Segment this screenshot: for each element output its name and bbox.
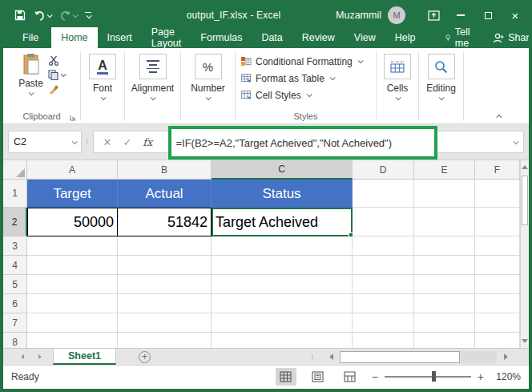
number-group[interactable]: % Number [181, 48, 235, 123]
cell-c2-selected[interactable]: Target Acheived [212, 208, 353, 236]
alignment-group[interactable]: Alignment [125, 48, 180, 123]
cell-c6[interactable] [212, 294, 353, 313]
sheet-tab-sheet1[interactable]: Sheet1 [53, 349, 116, 365]
cell-c4[interactable] [212, 256, 353, 275]
cell-c3[interactable] [212, 236, 353, 256]
cell-f5[interactable] [475, 275, 520, 294]
cell-a2[interactable]: 50000 [27, 208, 118, 236]
cell-styles-dropdown-icon[interactable] [306, 91, 312, 97]
format-as-table-dropdown-icon[interactable] [329, 75, 335, 80]
column-header-b[interactable]: B [118, 160, 212, 180]
paste-dropdown-icon[interactable] [29, 90, 34, 95]
cell-b5[interactable] [118, 275, 212, 294]
column-header-e[interactable]: E [414, 160, 475, 180]
scroll-down-icon[interactable] [521, 334, 529, 348]
conditional-formatting-button[interactable]: Conditional Formatting [240, 53, 362, 70]
zoom-level[interactable]: 120% [495, 371, 521, 382]
share-button[interactable]: Share [482, 27, 532, 48]
editing-dropdown-icon[interactable] [439, 95, 445, 100]
row-header-5[interactable]: 5 [3, 275, 27, 294]
name-box-dropdown-icon[interactable] [72, 139, 78, 144]
cell-f4[interactable] [475, 256, 520, 275]
cell-styles-button[interactable]: Cell Styles [240, 87, 311, 103]
font-group[interactable]: A Font [81, 48, 124, 123]
column-header-a[interactable]: A [27, 160, 118, 180]
cell-d1[interactable] [353, 180, 414, 208]
cell-f7[interactable] [475, 313, 520, 333]
alignment-icon[interactable] [139, 54, 167, 79]
cell-e3[interactable] [414, 236, 475, 256]
cell-f3[interactable] [475, 236, 520, 256]
scroll-right-icon[interactable] [500, 351, 511, 363]
tab-file[interactable]: File [10, 27, 51, 48]
cell-f8[interactable] [475, 333, 520, 348]
formula-bar[interactable]: =IF(B2>=A2,"Target Acheived","Not Acheiv… [160, 131, 524, 153]
cell-b4[interactable] [118, 256, 212, 275]
minimize-button[interactable] [447, 3, 474, 27]
tab-page-layout[interactable]: Page Layout [142, 27, 191, 48]
tab-home[interactable]: Home [51, 27, 97, 48]
font-dropdown-icon[interactable] [100, 95, 106, 100]
cell-a3[interactable] [27, 236, 118, 256]
number-dropdown-icon[interactable] [206, 95, 212, 100]
vertical-scroll-thumb[interactable] [522, 176, 528, 225]
percent-icon[interactable]: % [195, 54, 222, 79]
ribbon-display-options-button[interactable] [420, 3, 447, 27]
cells-icon[interactable] [384, 54, 411, 79]
cell-e5[interactable] [414, 275, 475, 294]
tab-formulas[interactable]: Formulas [191, 27, 252, 48]
cell-e6[interactable] [414, 294, 475, 313]
cell-b3[interactable] [118, 236, 212, 256]
cell-d2[interactable] [353, 208, 414, 236]
row-header-2[interactable]: 2 [3, 208, 27, 236]
prev-sheet-icon[interactable] [21, 354, 24, 359]
row-header-4[interactable]: 4 [3, 256, 27, 275]
page-layout-view-button[interactable] [308, 368, 328, 386]
font-icon[interactable]: A [89, 54, 116, 79]
horizontal-scrollbar[interactable]: ⁝ [311, 349, 529, 365]
cell-c7[interactable] [212, 313, 353, 333]
cell-a1[interactable]: Target [27, 180, 118, 208]
cell-a5[interactable] [27, 275, 118, 294]
save-icon[interactable] [14, 10, 26, 21]
find-icon[interactable] [428, 54, 455, 79]
format-painter-button[interactable] [48, 84, 65, 95]
zoom-in-button[interactable]: + [478, 370, 484, 383]
cell-d3[interactable] [353, 236, 414, 256]
cell-c8[interactable] [212, 333, 353, 348]
cell-d5[interactable] [353, 275, 414, 294]
row-header-1[interactable]: 1 [3, 180, 27, 208]
cell-c5[interactable] [212, 275, 353, 294]
cell-e4[interactable] [414, 256, 475, 275]
tell-me-button[interactable]: Tell me [437, 27, 482, 48]
normal-view-button[interactable] [276, 368, 296, 386]
formula-bar-splitter[interactable]: ⁝ [86, 137, 89, 148]
formula-text[interactable]: =IF(B2>=A2,"Target Acheived","Not Acheiv… [175, 137, 392, 149]
cell-f1[interactable] [475, 180, 520, 208]
editing-group[interactable]: Editing [419, 48, 463, 123]
close-button[interactable]: × [502, 3, 529, 27]
fill-handle[interactable] [349, 232, 353, 237]
row-header-7[interactable]: 7 [3, 313, 27, 333]
undo-dropdown-icon[interactable] [47, 12, 53, 18]
cut-button[interactable] [48, 55, 65, 66]
insert-function-icon[interactable]: fx [143, 136, 152, 148]
undo-button[interactable] [34, 10, 51, 21]
enter-icon[interactable]: ✓ [123, 136, 131, 148]
scroll-left-icon[interactable] [325, 351, 337, 363]
tab-insert[interactable]: Insert [98, 27, 142, 48]
cell-b8[interactable] [118, 333, 212, 348]
tab-help[interactable]: Help [385, 27, 425, 48]
tab-splitter[interactable]: ⁝ [311, 353, 314, 361]
user-name[interactable]: Muzammil [336, 10, 381, 21]
clipboard-dialog-launcher[interactable] [70, 115, 76, 121]
cell-e7[interactable] [414, 313, 475, 333]
copy-dropdown-icon[interactable] [61, 71, 66, 77]
cell-a6[interactable] [27, 294, 118, 313]
maximize-button[interactable] [474, 3, 502, 27]
cell-e8[interactable] [414, 333, 475, 348]
cell-f2[interactable] [475, 208, 520, 236]
vertical-scrollbar[interactable] [520, 160, 529, 348]
tab-view[interactable]: View [345, 27, 385, 48]
conditional-formatting-dropdown-icon[interactable] [357, 58, 363, 63]
